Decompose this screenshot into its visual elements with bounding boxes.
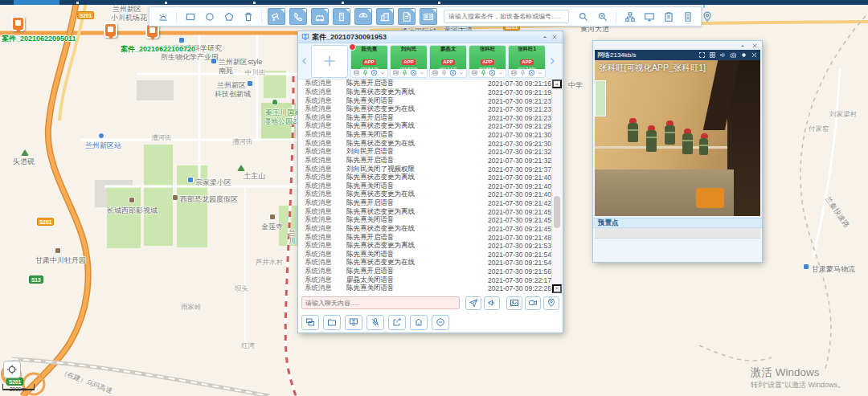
audio-button[interactable] [484, 296, 500, 310]
draw-circle-button[interactable] [201, 9, 218, 25]
case-marker-label[interactable]: 案件_20210622100720 [121, 44, 195, 55]
clear-shapes-button[interactable] [240, 9, 256, 25]
case-marker-pin[interactable] [11, 16, 25, 31]
toolbar-separator [176, 10, 177, 23]
chevron-down-icon[interactable] [379, 70, 386, 76]
case-window-titlebar[interactable]: 案件_20210730091953 [298, 31, 563, 43]
send-video-button[interactable] [525, 296, 541, 310]
close-button[interactable] [750, 41, 760, 50]
member-app-tag: APP [441, 59, 454, 65]
chevron-down-icon[interactable] [458, 70, 465, 76]
building-layer-button[interactable] [376, 8, 394, 25]
report-button[interactable] [660, 9, 677, 25]
mic-icon[interactable] [440, 69, 448, 76]
remove-member-icon[interactable] [489, 69, 496, 76]
active-menu-item[interactable] [14, 0, 59, 5]
send-button[interactable] [465, 296, 481, 310]
search-button[interactable] [575, 9, 592, 25]
top-menu-bar[interactable] [0, 0, 868, 5]
video-call-icon[interactable] [510, 69, 518, 76]
snapshot-button[interactable] [729, 51, 737, 59]
member-card[interactable]: 刘向民APP(91530) [390, 45, 428, 78]
chevron-down-icon[interactable] [419, 70, 425, 76]
collapse-button[interactable] [738, 41, 747, 50]
member-card[interactable]: 陈先熹APP(31542) [350, 45, 388, 78]
map-mark-button[interactable] [698, 9, 715, 25]
worker-figure [665, 125, 675, 145]
monitor-wall-button[interactable] [641, 9, 657, 25]
video-call-icon[interactable] [471, 69, 478, 76]
vehicle-layer-button[interactable] [311, 8, 329, 25]
close-button[interactable] [550, 33, 559, 42]
end-case-button[interactable] [432, 315, 449, 330]
device-search-input[interactable] [444, 10, 569, 23]
scrollbar-thumb[interactable] [554, 196, 560, 228]
scroll-left-button[interactable] [299, 45, 309, 77]
remove-member-icon[interactable] [449, 69, 457, 76]
cctv-layer-button[interactable] [268, 8, 285, 25]
screen-share-button[interactable] [345, 315, 362, 330]
document-layer-button[interactable] [398, 8, 416, 25]
preset-points-header[interactable]: 预置点 [593, 218, 762, 228]
video-call-icon[interactable] [432, 69, 439, 76]
video-call-icon[interactable] [353, 69, 360, 76]
id-card-icon [423, 11, 434, 22]
minus-circle-icon [436, 317, 445, 327]
org-tree-button[interactable] [621, 9, 638, 25]
search-clear-button[interactable] [594, 9, 611, 25]
rectangle-icon [185, 11, 196, 22]
dome-camera-layer-button[interactable] [354, 8, 372, 25]
alarm-tool-button[interactable] [154, 9, 171, 25]
case-marker-pin[interactable] [104, 22, 117, 38]
member-name: 张科旺1 [509, 46, 545, 52]
collapse-button[interactable] [540, 33, 550, 42]
chevron-down-icon[interactable] [537, 70, 543, 76]
scroll-down-button[interactable] [552, 284, 562, 293]
mic-icon[interactable] [480, 69, 487, 76]
volume-button[interactable] [719, 51, 727, 59]
scroll-up-button[interactable] [552, 80, 562, 88]
remove-member-icon[interactable] [371, 69, 378, 76]
send-location-button[interactable] [543, 296, 559, 310]
monitor-icon [644, 11, 655, 22]
phone-layer-button[interactable] [289, 8, 307, 25]
fullscreen-button[interactable] [698, 51, 706, 59]
draw-polygon-button[interactable] [220, 9, 237, 25]
record-button[interactable] [739, 51, 747, 59]
member-card[interactable]: 张科旺APP(91555) [469, 45, 506, 78]
video-window-titlebar[interactable] [593, 41, 762, 50]
add-member-button[interactable] [311, 45, 348, 78]
member-card[interactable]: 张科旺1APP(91348) [508, 45, 546, 78]
draw-rectangle-button[interactable] [182, 9, 199, 25]
road-badge: S201 [37, 218, 54, 226]
chevron-down-icon[interactable] [497, 70, 504, 76]
grid-view-button[interactable] [708, 51, 716, 59]
video-call-icon[interactable] [392, 69, 399, 76]
scroll-right-button[interactable] [547, 45, 557, 77]
map-label: 金莲寺 [261, 222, 283, 232]
record-list-button[interactable] [679, 9, 696, 25]
mic-icon[interactable] [401, 69, 408, 76]
close-video-button[interactable] [750, 51, 758, 59]
remove-member-icon[interactable] [528, 69, 535, 76]
member-card[interactable]: 廖晶太APP(91347) [429, 45, 467, 78]
case-marker-label[interactable]: 案件_20210622095011 [2, 34, 76, 44]
personnel-layer-button[interactable] [420, 8, 437, 25]
radio-layer-button[interactable] [333, 8, 350, 25]
mic-icon[interactable] [519, 69, 526, 76]
map-label: 漕河街 [232, 137, 253, 147]
archive-button[interactable] [323, 315, 341, 330]
video-player-header: 网络2134kb/s [595, 50, 760, 60]
locate-button[interactable] [3, 361, 21, 378]
mute-all-button[interactable] [366, 315, 384, 330]
mic-icon[interactable] [362, 69, 369, 76]
message-list[interactable]: 系统消息陈先熹开启语音2021-07-30 09:21:16系统消息陈先熹状态变… [298, 80, 563, 293]
chat-input[interactable] [301, 296, 460, 309]
home-back-button[interactable] [410, 315, 428, 330]
preset-points-empty-row[interactable] [595, 228, 760, 239]
forward-button[interactable] [388, 315, 406, 330]
screens-button[interactable] [301, 315, 319, 330]
send-image-button[interactable] [506, 296, 522, 310]
message-scrollbar[interactable] [551, 80, 562, 293]
remove-member-icon[interactable] [410, 69, 417, 76]
